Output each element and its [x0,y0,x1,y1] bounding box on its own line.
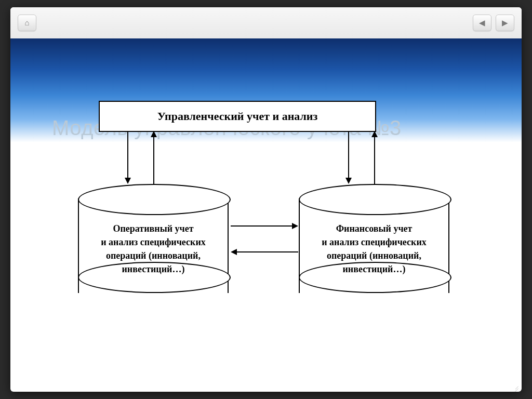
arrow-shaft [236,251,298,252]
next-button[interactable]: ▶ [496,15,514,31]
chevron-right-icon: ▶ [502,19,508,27]
toolbar: ⌂ ◀ ▶ [10,7,522,38]
arrowhead-right-icon [292,223,298,229]
home-button[interactable]: ⌂ [18,15,36,31]
arrowhead-down-icon [125,178,131,184]
arrow-shaft [374,136,375,188]
arrow-shaft [231,225,293,227]
arrow-shaft [127,131,128,179]
prev-button[interactable]: ◀ [473,15,491,31]
right-cylinder-label: Финансовый учети анализ специфическихопе… [303,216,445,282]
top-box-label: Управленческий учет и анализ [157,110,318,123]
arrowhead-down-icon [345,178,352,184]
right-cylinder: Финансовый учети анализ специфическихопе… [299,184,449,293]
home-icon: ⌂ [24,19,29,27]
arrow-shaft [348,131,349,179]
resize-grip-icon [511,381,518,389]
arrowhead-up-icon [151,131,157,137]
arrow-shaft [153,136,154,188]
diagram: Управленческий учет и анализ Оперативный… [57,96,473,319]
left-cylinder: Оперативный учети анализ специфическихоп… [78,184,229,293]
chevron-left-icon: ◀ [479,19,485,27]
nav-buttons: ◀ ▶ [473,15,514,31]
arrowhead-up-icon [371,131,378,137]
presentation-frame: ⌂ ◀ ▶ Модель управленческого учета №3 Уп… [10,7,522,392]
left-cylinder-label: Оперативный учети анализ специфическихоп… [82,216,224,282]
arrowhead-left-icon [231,249,237,255]
top-box: Управленческий учет и анализ [99,101,376,132]
